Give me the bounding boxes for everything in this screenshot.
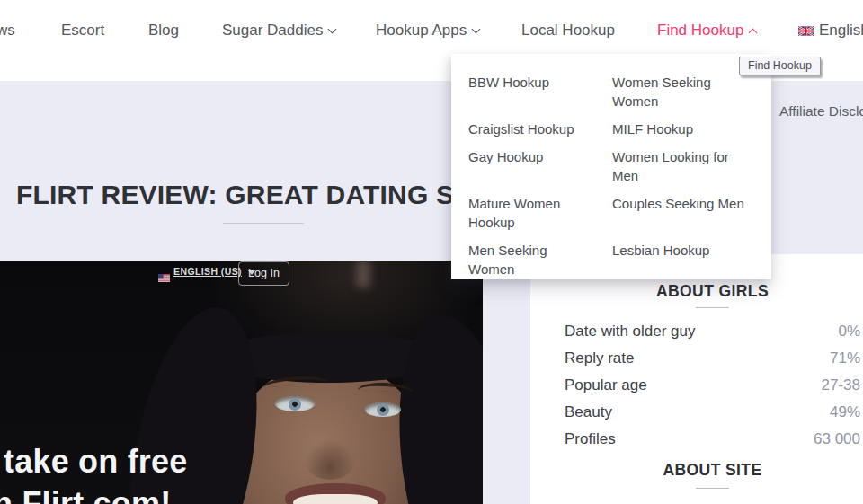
menu-item-milf-hookup[interactable]: MILF Hookup [612, 119, 749, 138]
about-site-title: ABOUT SITE [530, 461, 863, 480]
site-info-card: ABOUT GIRLS Date with older guy 0% Reply… [530, 254, 863, 504]
nav-item-reviews[interactable]: ws [0, 20, 15, 41]
chevron-up-icon [749, 29, 758, 38]
review-screenshot-image: ENGLISH (US) Log In take on free h Flirt… [0, 261, 483, 504]
title-divider [696, 488, 729, 489]
hero-login-button: Log In [238, 261, 289, 286]
chevron-down-icon [328, 25, 337, 34]
menu-item-craigslist-hookup[interactable]: Craigslist Hookup [468, 119, 592, 138]
stat-value: 63 000 [814, 430, 860, 448]
stat-row: Reply rate 71% [565, 345, 860, 372]
menu-item-bbw-hookup[interactable]: BBW Hookup [468, 73, 592, 111]
stat-value: 0% [838, 323, 860, 340]
menu-item-men-seeking-women[interactable]: Men Seeking Women [468, 241, 592, 279]
nose-shading [304, 438, 356, 480]
nav-item-label: Hookup Apps [376, 22, 467, 39]
stat-value: 49% [830, 403, 860, 421]
menu-item-couples-seeking-men[interactable]: Couples Seeking Men [612, 194, 749, 232]
stat-row: Date with older guy 0% [565, 318, 860, 345]
stat-value: 71% [830, 349, 860, 367]
title-divider [696, 307, 729, 308]
menu-item-women-looking-for-men[interactable]: Women Looking for Men [612, 147, 749, 185]
uk-flag-icon [798, 26, 814, 36]
nav-item-blog[interactable]: Blog [148, 20, 179, 41]
heading-divider [223, 223, 304, 224]
nav-item-hookup-apps[interactable]: Hookup Apps [376, 20, 479, 41]
menu-item-mature-women-hookup[interactable]: Mature Women Hookup [468, 194, 592, 232]
page-title: FLIRT REVIEW: GREAT DATING S [16, 180, 454, 210]
stat-label: Popular age [565, 376, 647, 394]
affiliate-disclosure-link[interactable]: Affiliate Disclo [779, 103, 863, 119]
nav-item-label: Sugar Daddies [222, 22, 323, 39]
stat-row: Beauty 49% [565, 399, 860, 426]
stat-row: Popular age 27-38 [565, 372, 860, 399]
find-hookup-dropdown-menu: BBW Hookup Women Seeking Women Craigslis… [451, 54, 771, 279]
hero-headline-line2: h Flirt.com! [0, 485, 171, 504]
chevron-down-icon [472, 25, 481, 34]
nav-item-find-hookup[interactable]: Find Hookup [657, 20, 756, 41]
page: ws Escort Blog Sugar Daddies Hookup Apps… [0, 0, 863, 504]
eye [365, 402, 401, 417]
eye [275, 396, 315, 411]
menu-item-women-seeking-women[interactable]: Women Seeking Women [612, 73, 749, 111]
menu-item-lesbian-hookup[interactable]: Lesbian Hookup [612, 241, 749, 279]
about-girls-title: ABOUT GIRLS [530, 282, 863, 301]
about-girls-stats: Date with older guy 0% Reply rate 71% Po… [565, 318, 860, 453]
stat-label: Date with older guy [565, 323, 696, 340]
stat-label: Beauty [565, 403, 612, 421]
nav-item-label: Find Hookup [657, 22, 743, 39]
find-hookup-tooltip: Find Hookup [739, 57, 821, 75]
language-label: English [819, 20, 863, 41]
us-flag-icon [158, 270, 170, 286]
woman-hair-part [356, 261, 370, 287]
hero-language-label: ENGLISH (US) [173, 266, 242, 277]
nav-item-sugar-daddies[interactable]: Sugar Daddies [222, 20, 335, 41]
stat-label: Profiles [565, 430, 616, 448]
stat-label: Reply rate [565, 349, 634, 367]
language-selector[interactable]: English [798, 20, 863, 41]
nav-item-escort[interactable]: Escort [61, 20, 104, 41]
stat-row: Profiles 63 000 [565, 426, 860, 453]
hero-headline-line1: take on free [4, 443, 187, 481]
menu-item-gay-hookup[interactable]: Gay Hookup [468, 147, 592, 185]
stat-value: 27-38 [822, 376, 860, 394]
nav-item-local-hookup[interactable]: Local Hookup [521, 20, 615, 41]
